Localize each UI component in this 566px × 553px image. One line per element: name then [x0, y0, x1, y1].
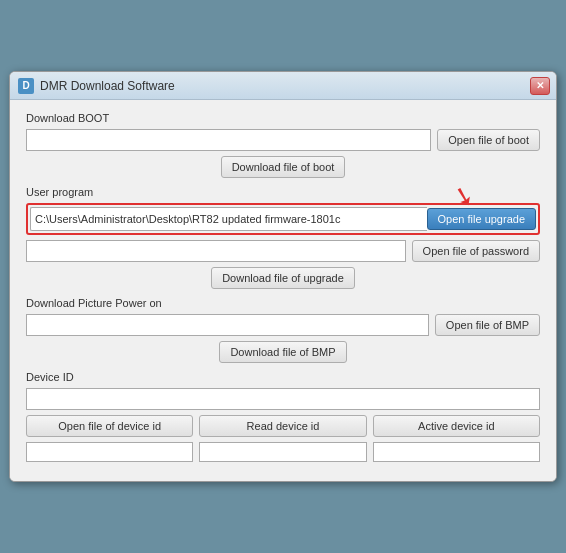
- window-title: DMR Download Software: [40, 79, 175, 93]
- open-boot-button[interactable]: Open file of boot: [437, 129, 540, 151]
- download-bmp-row: Download file of BMP: [26, 341, 540, 363]
- title-bar: D DMR Download Software ✕: [10, 72, 556, 100]
- device-id-input-row: [26, 388, 540, 410]
- active-device-id-button[interactable]: Active device id: [373, 415, 540, 437]
- device-id-label: Device ID: [26, 371, 540, 383]
- user-program-row: Open file upgrade: [30, 207, 536, 231]
- device-id-buttons-row: Open file of device id Read device id Ac…: [26, 415, 540, 437]
- download-boot-row: Download file of boot: [26, 156, 540, 178]
- device-id-small-input-2[interactable]: [199, 442, 366, 462]
- bmp-input-row: Open file of BMP: [26, 314, 540, 336]
- close-button[interactable]: ✕: [530, 77, 550, 95]
- title-bar-left: D DMR Download Software: [18, 78, 175, 94]
- boot-input[interactable]: [26, 129, 431, 151]
- download-upgrade-button[interactable]: Download file of upgrade: [211, 267, 355, 289]
- app-icon: D: [18, 78, 34, 94]
- open-password-button[interactable]: Open file of password: [412, 240, 540, 262]
- main-window: D DMR Download Software ✕ Download BOOT …: [9, 71, 557, 482]
- content-area: Download BOOT Open file of boot Download…: [10, 100, 556, 481]
- open-bmp-button[interactable]: Open file of BMP: [435, 314, 540, 336]
- download-picture-label: Download Picture Power on: [26, 297, 540, 309]
- open-upgrade-button[interactable]: Open file upgrade: [427, 208, 536, 230]
- download-bmp-button[interactable]: Download file of BMP: [219, 341, 346, 363]
- open-device-id-button[interactable]: Open file of device id: [26, 415, 193, 437]
- user-program-label: User program: [26, 186, 540, 198]
- download-boot-button[interactable]: Download file of boot: [221, 156, 346, 178]
- read-device-id-button[interactable]: Read device id: [199, 415, 366, 437]
- download-upgrade-row: Download file of upgrade: [26, 267, 540, 289]
- device-id-input[interactable]: [26, 388, 540, 410]
- user-program-highlight-box: Open file upgrade: [26, 203, 540, 235]
- device-id-small-input-3[interactable]: [373, 442, 540, 462]
- boot-input-row: Open file of boot: [26, 129, 540, 151]
- password-input[interactable]: [26, 240, 406, 262]
- device-id-small-inputs-row: [26, 442, 540, 462]
- password-row: Open file of password: [26, 240, 540, 262]
- device-id-small-input-1[interactable]: [26, 442, 193, 462]
- download-boot-label: Download BOOT: [26, 112, 540, 124]
- user-program-input[interactable]: [30, 207, 427, 231]
- bmp-input[interactable]: [26, 314, 429, 336]
